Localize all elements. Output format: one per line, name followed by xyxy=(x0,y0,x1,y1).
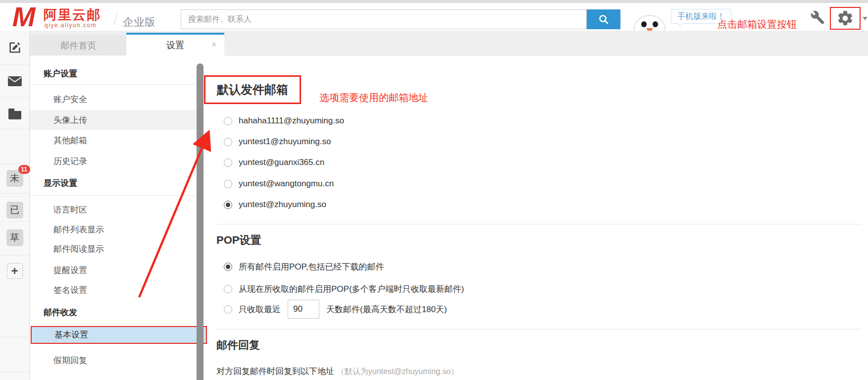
sidebar-item-basic-settings-label: 基本设置 xyxy=(54,330,88,339)
radio-unchecked-icon[interactable] xyxy=(224,180,232,188)
section-title-reply: 邮件回复 xyxy=(216,338,260,353)
pop-option-all-row[interactable]: 所有邮件启用POP,包括已经下载的邮件 xyxy=(224,261,384,272)
rail-divider xyxy=(0,221,29,222)
sidebar-item-mail-read-display[interactable]: 邮件阅读显示 xyxy=(53,243,104,255)
rail-divider xyxy=(0,64,29,65)
section-title-pop: POP设置 xyxy=(216,233,261,248)
sidebar-item-vacation-reply[interactable]: 假期回复 xyxy=(53,355,87,366)
sidebar-divider xyxy=(30,84,197,85)
sender-option-row-selected[interactable]: yuntest@zhuyuming.so xyxy=(224,200,326,210)
radio-checked-icon[interactable] xyxy=(224,201,232,209)
sidebar-item-reminder-settings[interactable]: 提醒设置 xyxy=(53,265,87,276)
search-button[interactable] xyxy=(587,9,620,29)
sender-option-label: yuntest@zhuyuming.so xyxy=(239,200,326,210)
brand-logo-m: M xyxy=(7,4,39,30)
pop-option-days-row[interactable]: 只收取最近 天数邮件(最高天数不超过180天) xyxy=(224,300,447,319)
avatar-eye-icon xyxy=(641,21,647,27)
bubble-tail xyxy=(677,21,683,26)
unread-chip: 未 11 xyxy=(6,170,23,187)
tab-mail-home[interactable]: 邮件首页 xyxy=(31,35,126,55)
annotation-arrow xyxy=(0,0,868,380)
search-input[interactable] xyxy=(181,9,587,29)
folders-button[interactable] xyxy=(0,106,29,122)
sidebar-divider xyxy=(30,195,197,196)
pop-option-all-label: 所有邮件启用POP,包括已经下载的邮件 xyxy=(239,261,384,272)
annotation-text-default-sender: 选项需要使用的邮箱地址 xyxy=(319,91,428,105)
radio-unchecked-icon[interactable] xyxy=(224,305,232,314)
sender-option-label: yuntest1@zhuyuming.so xyxy=(239,137,331,147)
rail-divider xyxy=(0,337,29,337)
sender-option-row[interactable]: yuntest@wangtongmu.cn xyxy=(224,179,334,189)
draft-mail-button[interactable]: 草 xyxy=(0,228,29,248)
sidebar-item-basic-settings[interactable]: 基本设置 xyxy=(31,326,207,344)
pop-option-recent-row[interactable]: 从现在所收取的邮件启用POP(多个客户端时只收取最新邮件) xyxy=(224,283,464,295)
brand-edition-label: 企业版 xyxy=(123,15,155,30)
sidebar-item-mail-list-display[interactable]: 邮件列表显示 xyxy=(53,224,104,235)
sender-option-label: hahaha1111@zhuyuming.so xyxy=(239,116,344,126)
pop-option-recent-label: 从现在所收取的邮件启用POP(多个客户端时只收取最新邮件) xyxy=(239,283,464,295)
mail-icon xyxy=(7,76,22,87)
sidebar-header-display: 显示设置 xyxy=(44,177,77,189)
search-icon xyxy=(598,13,610,25)
radio-unchecked-icon[interactable] xyxy=(224,138,232,146)
pop-days-suffix-label: 天数邮件(最高天数不超过180天) xyxy=(326,304,447,315)
sidebar-item-other-mailbox[interactable]: 其他邮箱 xyxy=(53,135,87,146)
app-header: M 阿里云邮 qiye.aliyun.com 企业版 手机版来啦！ 点击邮箱设置… xyxy=(0,3,868,31)
radio-checked-icon[interactable] xyxy=(224,263,232,271)
contacts-button[interactable] xyxy=(0,378,29,380)
tab-strip: 邮件首页 设置 × xyxy=(30,31,868,55)
avatar[interactable] xyxy=(634,15,665,31)
reply-address-text: 对方回复邮件时回复到以下地址 xyxy=(216,367,334,376)
tab-settings-label: 设置 xyxy=(166,39,184,51)
sent-mail-button[interactable]: 已 xyxy=(0,200,29,220)
sidebar-item-history[interactable]: 历史记录 xyxy=(53,156,87,167)
rail-divider xyxy=(0,193,29,194)
inbox-button[interactable] xyxy=(0,73,29,89)
sent-chip: 已 xyxy=(6,202,23,218)
rail-divider xyxy=(0,97,29,98)
sidebar-item-avatar-upload[interactable]: 头像上传 xyxy=(53,114,87,126)
rail-divider xyxy=(0,255,29,256)
compose-icon xyxy=(8,41,22,54)
folder-icon xyxy=(7,108,22,120)
annotation-text-settings: 点击邮箱设置按钮 xyxy=(717,18,797,31)
radio-unchecked-icon[interactable] xyxy=(224,117,232,125)
pop-days-prefix-label: 只收取最近 xyxy=(239,304,281,315)
unread-count-badge: 11 xyxy=(18,165,30,174)
rail-divider xyxy=(0,129,29,129)
sidebar-scrollbar-thumb[interactable] xyxy=(197,63,204,380)
sent-chip-label: 已 xyxy=(10,205,19,215)
sender-option-label: yuntest@guanxi365.cn xyxy=(239,158,324,167)
gear-icon[interactable] xyxy=(836,9,854,27)
brand-name: 阿里云邮 xyxy=(44,6,101,24)
sidebar-header-send-receive: 邮件收发 xyxy=(44,307,77,318)
wrench-icon[interactable] xyxy=(810,10,825,25)
sender-option-row[interactable]: hahaha1111@zhuyuming.so xyxy=(224,116,344,126)
pop-days-input[interactable] xyxy=(288,300,319,319)
draft-chip: 草 xyxy=(6,229,23,246)
unread-mail-button[interactable]: 未 11 xyxy=(0,168,29,188)
draft-chip-label: 草 xyxy=(10,232,19,243)
radio-unchecked-icon[interactable] xyxy=(224,159,232,167)
sender-option-row[interactable]: yuntest@guanxi365.cn xyxy=(224,158,324,167)
radio-unchecked-icon[interactable] xyxy=(224,285,232,293)
sidebar-item-account-security[interactable]: 账户安全 xyxy=(53,94,87,105)
left-icon-rail: 未 11 已 草 + xyxy=(0,31,30,380)
brand-domain: qiye.aliyun.com xyxy=(45,22,97,29)
rail-divider xyxy=(0,372,29,372)
avatar-eye-icon xyxy=(653,21,658,27)
chevron-down-icon[interactable] xyxy=(863,17,868,20)
sidebar-item-language-timezone[interactable]: 语言时区 xyxy=(53,204,87,216)
annotation-box-settings-gear xyxy=(830,7,861,30)
brand-divider xyxy=(114,12,117,26)
add-shortcut-button[interactable]: + xyxy=(0,262,29,280)
tab-settings[interactable]: 设置 × xyxy=(126,33,224,55)
sidebar-header-account: 账户设置 xyxy=(44,68,77,79)
tab-close-icon[interactable]: × xyxy=(211,40,216,50)
tab-mail-home-label: 邮件首页 xyxy=(61,40,97,52)
sender-option-row[interactable]: yuntest1@zhuyuming.so xyxy=(224,137,331,147)
reply-address-line: 对方回复邮件时回复到以下地址 （默认为yuntest@zhuyuming.so） xyxy=(216,366,459,377)
default-sender-title-text: 默认发件邮箱 xyxy=(217,83,288,96)
sidebar-item-signature-settings[interactable]: 签名设置 xyxy=(53,284,87,296)
compose-button[interactable] xyxy=(0,39,29,56)
